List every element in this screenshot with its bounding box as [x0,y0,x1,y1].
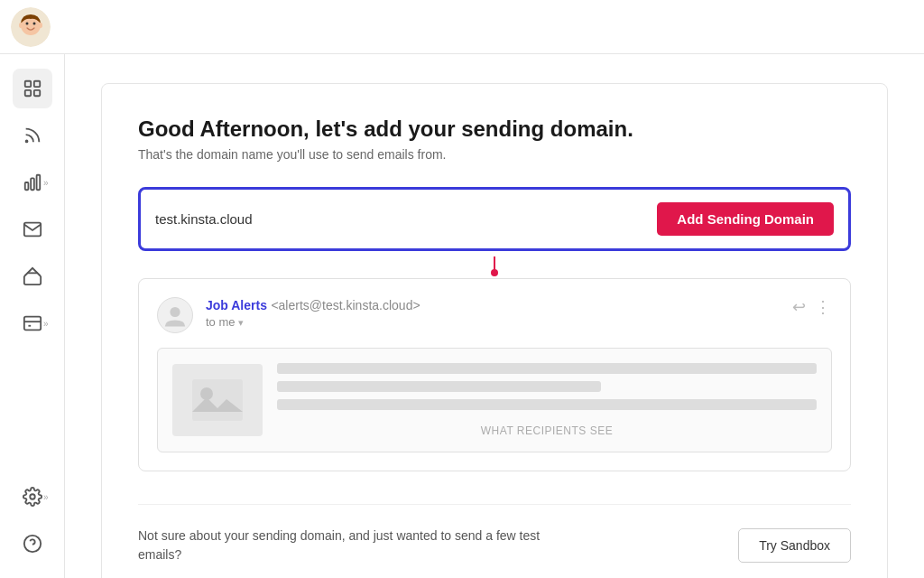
content-line-1 [277,363,817,374]
svg-point-18 [30,494,35,499]
more-options-icon[interactable]: ⋮ [815,297,832,317]
analytics-chevron: » [43,178,49,188]
main-content: Good Afternoon, let's add your sending d… [65,54,924,578]
sidebar-item-email[interactable] [13,210,52,249]
sender-name-row: Job Alerts <alerts@test.kinsta.cloud> [206,297,420,313]
sidebar-item-billing[interactable]: » [13,303,52,343]
sender-name: Job Alerts [206,298,267,312]
svg-point-3 [33,22,36,24]
svg-rect-22 [192,379,243,421]
bottom-text: Not sure about your sending domain, and … [138,527,571,564]
svg-rect-8 [24,90,30,96]
sidebar: » » [0,54,65,578]
recipients-label: WHAT RECIPIENTS SEE [277,424,817,437]
email-actions: ↩ ⋮ [792,297,832,317]
sidebar-item-analytics[interactable]: » [13,163,52,202]
svg-point-5 [39,23,42,28]
email-body-preview: WHAT RECIPIENTS SEE [157,348,832,452]
image-placeholder [172,364,263,436]
sidebar-item-mail-open[interactable] [13,256,52,296]
sender-address: <alerts@test.kinsta.cloud> [271,298,420,312]
bottom-section: Not sure about your sending domain, and … [138,504,851,564]
sidebar-item-dashboard[interactable] [13,69,52,108]
svg-point-4 [19,23,23,28]
header [0,0,924,54]
to-dropdown-arrow[interactable]: ▾ [238,317,244,328]
connector [138,251,851,278]
svg-rect-9 [33,90,39,96]
content-lines: WHAT RECIPIENTS SEE [277,363,817,437]
domain-input[interactable] [155,211,646,227]
sidebar-item-help[interactable] [13,524,52,564]
svg-rect-13 [36,175,40,191]
svg-rect-7 [33,81,39,87]
sender-details: Job Alerts <alerts@test.kinsta.cloud> to… [206,297,420,329]
email-header-row: Job Alerts <alerts@test.kinsta.cloud> to… [157,297,832,333]
reply-icon[interactable]: ↩ [792,297,806,317]
page-title: Good Afternoon, let's add your sending d… [138,117,851,142]
svg-rect-11 [24,182,28,190]
svg-rect-15 [23,317,40,331]
page-card: Good Afternoon, let's add your sending d… [101,83,888,578]
connector-line [494,256,495,273]
svg-point-10 [25,141,27,143]
domain-input-wrapper: Add Sending Domain [138,187,851,251]
sender-avatar [157,297,193,333]
page-subtitle: That's the domain name you'll use to sen… [138,147,851,162]
svg-rect-6 [24,81,30,87]
svg-point-2 [26,22,29,24]
svg-rect-12 [31,178,34,190]
billing-chevron: » [43,319,49,329]
email-to: to me ▾ [206,315,420,329]
email-preview-card: Job Alerts <alerts@test.kinsta.cloud> to… [138,278,851,471]
settings-chevron: » [43,492,49,502]
main-layout: » » [0,54,924,578]
avatar[interactable] [11,7,51,47]
add-domain-button[interactable]: Add Sending Domain [657,202,834,236]
content-line-3 [277,399,817,410]
content-line-2 [277,381,601,392]
svg-point-21 [170,307,180,317]
sidebar-item-rss[interactable] [13,116,52,155]
email-sender-info: Job Alerts <alerts@test.kinsta.cloud> to… [157,297,420,333]
try-sandbox-button[interactable]: Try Sandbox [738,528,851,563]
sidebar-item-settings[interactable]: » [13,477,52,517]
